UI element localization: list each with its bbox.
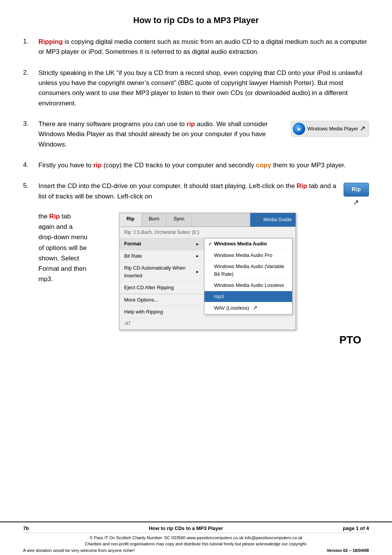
- item5-again: tabagain and adrop-down menuof options w…: [38, 213, 88, 283]
- rip-highlight-4: rip: [93, 162, 102, 169]
- wav-cursor-icon: ↗: [253, 304, 257, 312]
- rip-button-img: Rip ↗: [344, 183, 369, 208]
- rip-cursor-icon: ↗: [353, 197, 359, 208]
- rip-highlight-5b: Rip: [49, 213, 60, 220]
- footer-line4: A wee donation would be very welcome fro…: [23, 547, 135, 554]
- item4-before: Firstly you have to: [38, 162, 93, 169]
- copy-highlight-4: copy: [256, 162, 271, 169]
- list-item-3: 3. There are many software programs you …: [23, 119, 369, 150]
- item5-top-row: Insert the CD into the CD-drive on your …: [38, 181, 369, 208]
- page-title: How to rip CDs to a MP3 Player: [23, 15, 369, 25]
- list-item-1: 1. Ripping is copying digital media cont…: [23, 37, 369, 57]
- list-num-5: 5.: [23, 181, 38, 190]
- wmp-tabs: Rip Burn Sync 🎵 Media Guide: [120, 213, 296, 227]
- item5-bottom: the Rip tabagain and adrop-down menuof o…: [38, 211, 369, 330]
- wav-label: WAV (Lossless): [214, 304, 249, 312]
- right-submenu: ✓ Windows Media Audio ✓ Windows Media Au…: [204, 238, 292, 330]
- page: How to rip CDs to a MP3 Player 1. Rippin…: [0, 0, 392, 555]
- wmp-header-item: Rip ‘J.S.Bach, Orchestral Suites’ (E:): [120, 227, 296, 238]
- list-num-4: 4.: [23, 160, 38, 169]
- wma-vbr-label: Windows Media Audio (Variable Bit Rate): [214, 263, 288, 278]
- footer-bottom: © Pass IT On Scottish Charity Number: SC…: [23, 535, 369, 554]
- item1-text: is copying digital media content such as…: [38, 38, 367, 55]
- ripping-highlight: Ripping: [38, 38, 63, 45]
- submenu-wav[interactable]: ✓ WAV (Lossless) ↗: [204, 302, 292, 314]
- bitrate-arrow: ►: [196, 253, 199, 259]
- menu-format[interactable]: Format ►: [120, 238, 204, 250]
- wmp-label: Windows Media Player: [307, 125, 358, 133]
- left-menu: Format ► Bit Rate ► Rip CD A: [120, 238, 204, 330]
- wmp-menu: Rip Burn Sync 🎵 Media Guide: [119, 213, 296, 330]
- item2-text: Strictly speaking in the UK “if you buy …: [38, 69, 362, 107]
- wmp-tab-sync[interactable]: Sync: [166, 213, 192, 227]
- wmp-tab-burn[interactable]: Burn: [142, 213, 166, 227]
- format-label: Format: [124, 240, 141, 248]
- format-arrow: ►: [196, 241, 199, 247]
- mp3-label: mp3: [214, 293, 224, 300]
- wmp-icon: [293, 123, 305, 135]
- submenu-wma-lossless[interactable]: ✓ Windows Media Audio Lossless: [204, 280, 292, 291]
- item5-content: Insert the CD into the CD-drive on your …: [38, 181, 369, 348]
- menu-eject[interactable]: Eject CD After Ripping: [120, 282, 204, 294]
- menu-help-ripping[interactable]: Help with Ripping: [120, 306, 204, 318]
- rip-button: Rip: [344, 183, 369, 197]
- footer-line4-row: A wee donation would be very welcome fro…: [23, 547, 369, 554]
- item3-content: There are many software programs you can…: [38, 119, 369, 150]
- list-body-5: Insert the CD into the CD-drive on your …: [38, 181, 369, 348]
- content-list: 1. Ripping is copying digital media cont…: [23, 37, 369, 348]
- wmp-cursor-icon: ↗: [360, 123, 365, 134]
- footer-top: 7b How to rip CDs to a MP3 Player page 1…: [23, 525, 369, 533]
- submenu-mp3[interactable]: ✓ mp3: [204, 291, 292, 302]
- list-body-2: Strictly speaking in the UK “if you buy …: [38, 68, 369, 108]
- wma-pro-label: Windows Media Audio Pro: [214, 252, 272, 259]
- footer-line3: Charities and non-profit organisations m…: [23, 541, 369, 547]
- list-body-3: There are many software programs you can…: [38, 119, 369, 150]
- menu-more-options[interactable]: More Options...: [120, 294, 204, 306]
- item5-the: the: [38, 213, 49, 220]
- wmp-tab-media-guide[interactable]: 🎵 Media Guide: [250, 213, 296, 227]
- menu-bitrate[interactable]: Bit Rate ►: [120, 250, 204, 262]
- rip-highlight-3: rip: [187, 120, 195, 128]
- item5-text-left: Insert the CD into the CD-drive on your …: [38, 181, 337, 202]
- submenu-wma-vbr[interactable]: ✓ Windows Media Audio (Variable Bit Rate…: [204, 261, 292, 280]
- item5-text-right: the Rip tabagain and adrop-down menuof o…: [38, 211, 115, 330]
- footer: 7b How to rip CDs to a MP3 Player page 1…: [0, 522, 392, 555]
- item3-text: There are many software programs you can…: [38, 119, 286, 150]
- list-item-2: 2. Strictly speaking in the UK “if you b…: [23, 68, 369, 108]
- wma-lossless-label: Windows Media Audio Lossless: [214, 282, 284, 289]
- list-item-4: 4. Firstly you have to rip (copy) the CD…: [23, 160, 369, 170]
- media-guide-icon: 🎵: [254, 215, 262, 225]
- footer-left: 7b: [23, 525, 29, 531]
- pto-text: PTO: [38, 332, 369, 348]
- item4-mid: (copy) the CD tracks to your computer an…: [101, 162, 256, 169]
- dropdown-container: Rip Burn Sync 🎵 Media Guide: [119, 213, 296, 330]
- submenu-wma[interactable]: ✓ Windows Media Audio: [204, 238, 292, 250]
- help-ripping-label: Help with Ripping: [124, 308, 163, 316]
- wmp-tab-rip[interactable]: Rip: [120, 213, 142, 227]
- footer-right: page 1 of 4: [343, 525, 369, 531]
- menu-and-sub: Format ► Bit Rate ► Rip CD A: [120, 238, 296, 330]
- item5-before: Insert the CD into the CD-drive on your …: [38, 182, 297, 190]
- list-item-5: 5. Insert the CD into the CD-drive on yo…: [23, 181, 369, 348]
- list-body-4: Firstly you have to rip (copy) the CD tr…: [38, 160, 369, 170]
- footer-center: How to rip CDs to a MP3 Player: [149, 525, 223, 531]
- footer-line2: © Pass IT On Scottish Charity Number: SC…: [23, 535, 369, 541]
- list-num-2: 2.: [23, 68, 38, 77]
- rip-auto-arrow: ►: [196, 269, 199, 275]
- time-label: :47: [124, 320, 131, 327]
- wmp-header-label: Rip ‘J.S.Bach, Orchestral Suites’ (E:): [124, 229, 199, 236]
- footer-version: Version 02 – 18/04/08: [327, 547, 369, 554]
- wma-label: Windows Media Audio: [214, 240, 267, 248]
- list-body-1: Ripping is copying digital media content…: [38, 37, 369, 57]
- rip-highlight-5a: Rip: [297, 182, 307, 190]
- more-options-label: More Options...: [124, 296, 158, 304]
- eject-label: Eject CD After Ripping: [124, 284, 174, 292]
- item3-before: There are many software programs you can…: [38, 120, 187, 128]
- bitrate-label: Bit Rate: [124, 252, 142, 260]
- submenu-wma-pro[interactable]: ✓ Windows Media Audio Pro: [204, 250, 292, 261]
- wmp-badge: Windows Media Player ↗: [291, 121, 369, 137]
- item4-after: them to your MP3 player.: [271, 162, 346, 169]
- menu-rip-auto[interactable]: Rip CD Automatically When Inserted ►: [120, 262, 204, 282]
- list-num-1: 1.: [23, 37, 38, 45]
- check-icon-wma: ✓: [208, 241, 212, 247]
